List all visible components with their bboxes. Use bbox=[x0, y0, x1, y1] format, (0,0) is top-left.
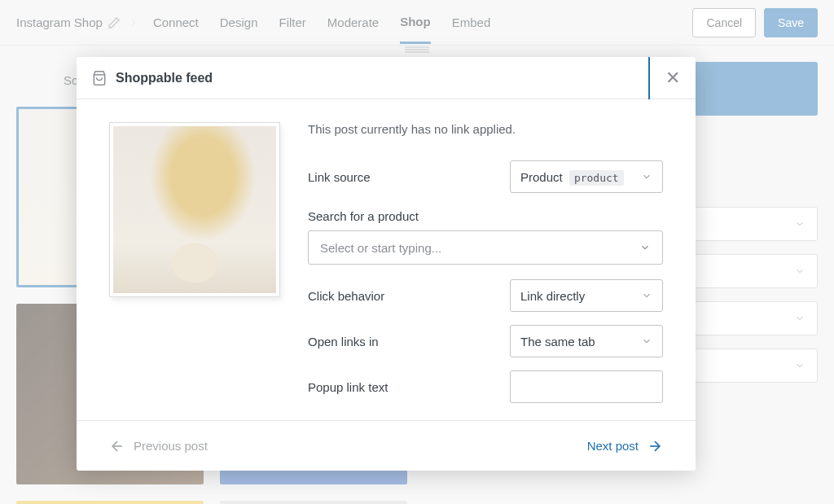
open-links-label: Open links in bbox=[308, 335, 494, 348]
modal-title: Shoppable feed bbox=[116, 71, 213, 85]
link-source-select[interactable]: Product product bbox=[510, 160, 663, 193]
search-product-label: Search for a product bbox=[308, 209, 663, 223]
search-product-select[interactable]: Select or start typing... bbox=[308, 230, 663, 265]
shoppable-feed-modal: Shoppable feed ✕ This post currently has… bbox=[77, 57, 696, 471]
popup-link-text-label: Popup link text bbox=[308, 380, 494, 394]
arrow-left-icon bbox=[109, 438, 125, 454]
popup-link-text-input[interactable] bbox=[510, 370, 663, 403]
shopping-bag-icon bbox=[91, 70, 108, 86]
post-preview bbox=[109, 122, 280, 297]
click-behavior-select[interactable]: Link directly bbox=[510, 279, 663, 312]
chevron-down-icon bbox=[639, 242, 651, 253]
previous-post-button[interactable]: Previous post bbox=[109, 438, 208, 454]
close-icon[interactable]: ✕ bbox=[665, 69, 680, 87]
click-behavior-value: Link directly bbox=[520, 289, 585, 303]
arrow-right-icon bbox=[647, 438, 663, 454]
search-product-placeholder: Select or start typing... bbox=[320, 241, 441, 255]
link-source-badge: product bbox=[569, 170, 624, 186]
modal-form: This post currently has no link applied.… bbox=[308, 122, 663, 412]
open-links-value: The same tab bbox=[520, 335, 595, 348]
link-source-label: Link source bbox=[308, 170, 494, 184]
link-status-text: This post currently has no link applied. bbox=[308, 122, 663, 136]
chevron-down-icon bbox=[641, 290, 652, 301]
next-post-label: Next post bbox=[587, 439, 639, 453]
chevron-down-icon bbox=[641, 171, 652, 182]
click-behavior-label: Click behavior bbox=[308, 289, 494, 303]
link-source-value: Product bbox=[520, 170, 563, 184]
next-post-button[interactable]: Next post bbox=[587, 438, 663, 454]
modal-footer: Previous post Next post bbox=[77, 420, 696, 471]
modal-header: Shoppable feed ✕ bbox=[77, 57, 696, 99]
chevron-down-icon bbox=[641, 335, 652, 347]
open-links-select[interactable]: The same tab bbox=[510, 325, 663, 357]
previous-post-label: Previous post bbox=[134, 439, 208, 453]
